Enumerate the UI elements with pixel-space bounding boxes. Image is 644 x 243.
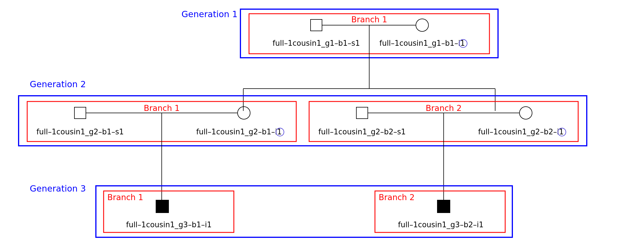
g3-branch-2-label: Branch 2 (379, 193, 414, 202)
generation-2-box (19, 96, 587, 146)
g1-branch-1-label: Branch 1 (351, 15, 387, 24)
generation-3-label: Generation 3 (30, 184, 86, 194)
individual-label: full–1cousin1_g2–b1–s1 (36, 128, 124, 136)
female-symbol-icon (238, 107, 250, 119)
male-affected-symbol-icon (156, 200, 169, 213)
individual-label: full–1cousin1_g2–b1–i1 (196, 128, 282, 136)
individual-label: full–1cousin1_g1–b1–s1 (272, 39, 360, 47)
g2-branch-2-label: Branch 2 (426, 103, 461, 113)
individual-label: full–1cousin1_g3–b1–i1 (126, 220, 212, 229)
male-symbol-icon (356, 107, 368, 119)
pedigree-diagram: Generation 1 Branch 1 full–1cousin1_g1–b… (0, 0, 644, 243)
male-symbol-icon (74, 107, 86, 119)
individual-label: full–1cousin1_g2–b2–s1 (318, 128, 406, 136)
generation-2-label: Generation 2 (30, 79, 86, 89)
individual-label: full–1cousin1_g2–b2–i1 (478, 128, 564, 136)
female-symbol-icon (519, 107, 532, 119)
female-symbol-icon (416, 19, 428, 31)
g2-branch-1-label: Branch 1 (144, 103, 179, 113)
g3-branch-1-label: Branch 1 (107, 193, 143, 202)
male-symbol-icon (311, 19, 322, 31)
individual-label: full–1cousin1_g3–b2–i1 (398, 220, 484, 229)
individual-label: full–1cousin1_g1–b1–i1 (380, 39, 465, 47)
male-affected-symbol-icon (437, 200, 450, 213)
generation-1-label: Generation 1 (181, 9, 238, 19)
